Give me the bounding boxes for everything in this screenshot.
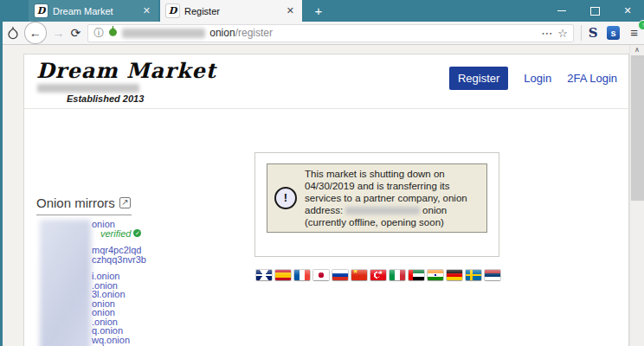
serbia-flag-icon[interactable] xyxy=(485,270,500,280)
france-flag-icon[interactable] xyxy=(294,270,310,280)
forward-button[interactable]: → xyxy=(53,26,65,40)
mirror-group: onionverified✓ xyxy=(36,220,209,238)
redacted-logo-subtext xyxy=(37,84,139,93)
hamburger-icon: ≡ xyxy=(630,25,638,40)
mirror-link-text: verified xyxy=(100,229,131,239)
spain-flag-icon[interactable] xyxy=(275,270,291,280)
site-logo: Dream Market xyxy=(36,58,216,83)
scrollbar[interactable]: ∧ xyxy=(629,45,644,346)
url-path-text: /register xyxy=(235,27,273,39)
content-card: Dream Market Established 2013 RegisterLo… xyxy=(23,54,629,346)
india-flag-icon[interactable] xyxy=(428,270,443,280)
germany-flag-icon[interactable] xyxy=(447,270,462,280)
2fa-login-link[interactable]: 2FA Login xyxy=(567,72,617,85)
external-link-icon[interactable]: ↗ xyxy=(119,197,131,208)
tab-title: Register xyxy=(184,6,280,16)
turkey-flag-icon[interactable] xyxy=(370,270,386,280)
bookmark-star-icon[interactable]: ☆ xyxy=(557,27,568,40)
noscript-icon[interactable]: S xyxy=(589,25,598,41)
mirrors-heading: Onion mirrors ↗ xyxy=(36,195,131,210)
mirror-link[interactable]: czhqq3nvr3b xyxy=(92,255,209,265)
window-controls: ✕ xyxy=(545,0,644,22)
tab-favicon: D xyxy=(166,4,179,17)
minimize-button[interactable] xyxy=(545,0,578,22)
site-header: Dream Market Established 2013 RegisterLo… xyxy=(24,54,628,109)
tab-close-icon[interactable]: ✕ xyxy=(285,5,296,16)
browser-window: DDream Market✕DRegister✕+ ✕ ← → ⟳ ⓘ onio… xyxy=(0,0,644,346)
page-content: Onion mirrors ↗ onionverified✓mqr4pc2lqd… xyxy=(24,109,628,346)
redacted-url-segment xyxy=(122,29,205,38)
tab-strip: DDream Market✕DRegister✕+ xyxy=(29,0,330,22)
united-kingdom-flag-icon[interactable] xyxy=(256,270,272,280)
shutdown-notice: ! This market is shutting down on 04/30/… xyxy=(267,163,487,233)
site-tagline: Established 2013 xyxy=(67,93,144,104)
maximize-icon xyxy=(590,7,600,16)
mirror-list: onionverified✓mqr4pc2lqdczhqq3nvr3bi.oni… xyxy=(36,220,209,346)
window-edge xyxy=(0,22,3,346)
uk-flag-cross xyxy=(256,270,272,280)
new-tab-button[interactable]: + xyxy=(307,0,330,22)
notice-panel: ! This market is shutting down on 04/30/… xyxy=(254,152,499,257)
onion-circuit-icon[interactable] xyxy=(108,25,118,41)
header-nav: RegisterLogin2FA Login xyxy=(449,67,617,90)
browser-titlebar: DDream Market✕DRegister✕+ ✕ xyxy=(0,0,644,22)
url-domain-text: onion xyxy=(209,27,235,39)
menu-button[interactable]: ≡ ↑ xyxy=(630,25,644,41)
verified-label: verified✓ xyxy=(100,229,209,239)
page-viewport: Dream Market Established 2013 RegisterLo… xyxy=(0,45,644,346)
warning-icon: ! xyxy=(274,187,297,209)
extension-s-icon[interactable]: s xyxy=(607,26,621,40)
page-actions-icon[interactable]: ⋯ xyxy=(541,27,553,40)
toolbar-separator xyxy=(581,25,582,41)
tab-favicon: D xyxy=(35,4,48,17)
browser-toolbar: ← → ⟳ ⓘ onion /register ⋯ ☆ S s ≡ ↑ xyxy=(0,22,644,45)
browser-tab-register[interactable]: DRegister✕ xyxy=(160,0,302,22)
mirror-group: mqr4pc2lqdczhqq3nvr3b xyxy=(36,246,209,264)
reload-button[interactable]: ⟳ xyxy=(71,26,81,40)
redacted-onion-address xyxy=(345,207,420,215)
back-button[interactable]: ← xyxy=(24,22,47,44)
tab-close-icon[interactable]: ✕ xyxy=(141,5,152,16)
mirror-group: i.onion.onion3l.oniononiononion.onionq.o… xyxy=(36,272,209,346)
japan-flag-icon[interactable] xyxy=(313,270,329,280)
register-link[interactable]: Register xyxy=(449,67,508,90)
russia-flag-icon[interactable] xyxy=(332,270,348,280)
verified-check-icon: ✓ xyxy=(133,229,141,237)
mirrors-heading-label: Onion mirrors xyxy=(36,195,115,210)
tor-onion-icon[interactable] xyxy=(6,26,20,41)
tab-title: Dream Market xyxy=(53,6,136,16)
sweden-flag-icon[interactable] xyxy=(466,270,481,280)
minimize-icon xyxy=(557,10,566,11)
mirror-link[interactable]: onion xyxy=(92,220,209,229)
close-icon: ✕ xyxy=(623,5,631,16)
language-flags-row xyxy=(256,270,500,280)
site-info-icon[interactable]: ⓘ xyxy=(93,26,104,41)
close-button[interactable]: ✕ xyxy=(611,0,644,22)
scrollbar-thumb[interactable] xyxy=(631,55,644,201)
browser-tab-dream-market[interactable]: DDream Market✕ xyxy=(29,0,158,22)
united-arab-emirates-flag-icon[interactable] xyxy=(409,270,424,280)
login-link[interactable]: Login xyxy=(524,72,551,85)
notice-text: This market is shutting down on 04/30/20… xyxy=(305,168,480,228)
maximize-button[interactable] xyxy=(578,0,611,22)
mirrors-divider xyxy=(36,215,132,215)
scrollbar-up-arrow[interactable]: ∧ xyxy=(630,45,644,55)
mirror-link-text: czhqq3nvr3b xyxy=(92,254,146,265)
china-flag-icon[interactable] xyxy=(351,270,367,280)
italy-flag-icon[interactable] xyxy=(390,270,405,280)
url-bar[interactable]: ⓘ onion /register ⋯ ☆ xyxy=(87,24,574,42)
update-badge-icon: ↑ xyxy=(638,20,644,30)
